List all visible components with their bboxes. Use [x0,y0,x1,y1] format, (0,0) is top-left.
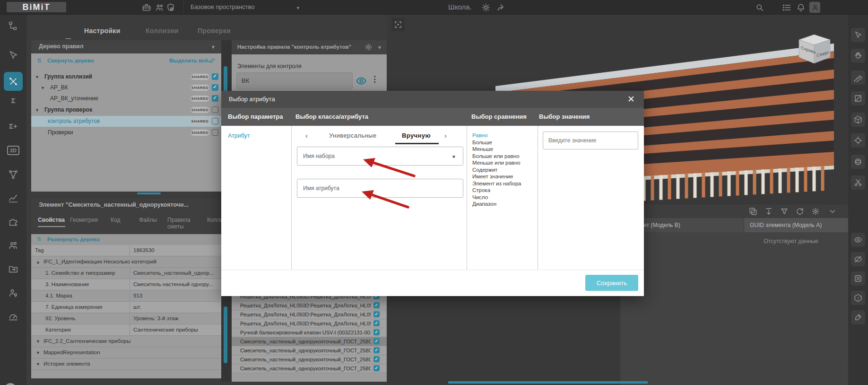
account-icon[interactable] [809,2,820,13]
pan-tool-icon[interactable] [851,49,865,63]
section-expand-icon[interactable]: ▼ [36,339,40,344]
section-expand-icon[interactable]: ▼ [36,362,40,367]
property-row[interactable]: 1. Семейство и типоразмерСмеситель_насте… [31,268,233,279]
members-icon[interactable] [155,3,165,12]
row-checkbox[interactable] [212,118,218,124]
list-checkbox[interactable] [373,320,380,326]
sum-plus-tool-icon[interactable]: Σ+ [7,122,19,130]
transparency-tool-icon[interactable] [851,291,865,305]
list-checkbox[interactable] [373,338,380,344]
notifications-icon[interactable] [796,3,806,12]
list-item[interactable]: Решетка_ДляЛотка_HL050D:Решетка_ДляЛотка… [232,301,387,310]
help-button[interactable]: ? [4,383,17,385]
property-section-row[interactable]: ▼IFC_2.2_Сантехнические приборы [31,336,233,347]
tab-universal[interactable]: Универсальные [329,132,376,139]
collapse-panel-chevron-icon[interactable] [828,207,837,216]
list-item[interactable]: Решетка_ДляЛотка_HL050D:Решетка_ДляЛотка… [232,319,387,328]
tree-row-check-group[interactable]: ▼ Группа проверок SHARED [31,105,222,115]
comparison-option[interactable]: Имеет значение [472,174,513,179]
clash-detection-tool-active[interactable] [4,72,23,91]
tree-row-collision-group[interactable]: ▼ Группа коллизий SHARED [31,71,222,82]
property-section-row[interactable]: ▼История элемента [31,359,233,370]
elements-control-input[interactable]: ВК [236,72,353,89]
tab-checks[interactable]: Проверки [198,27,231,35]
list-icon[interactable] [782,3,791,12]
search-icon[interactable] [755,3,764,12]
section-expand-icon[interactable]: ▼ [36,350,40,355]
isolate-tool-icon[interactable] [851,271,865,286]
briefcase-icon[interactable] [142,3,151,12]
list-item[interactable]: Смеситель_настенный_однорукояточный_ГОСТ… [232,346,387,355]
property-row[interactable]: 4.1. Марка913 [31,290,233,302]
results-column-guid[interactable]: GUID элемента (Модель A) [744,218,848,232]
appearance-tool-icon[interactable] [851,310,865,324]
orbit-tool-icon[interactable] [851,28,865,42]
list-checkbox[interactable] [373,311,380,317]
filter-icon[interactable] [780,207,789,216]
section-collapse-icon[interactable]: ▲ [36,260,40,264]
rule-settings-chevron-icon[interactable]: ▼ [377,45,382,50]
measure-tool-icon[interactable] [851,70,865,85]
property-row[interactable]: КатегорияСантехнические приборы [31,324,233,336]
tab-geometry[interactable]: Геометрия [70,217,99,223]
list-checkbox[interactable] [373,347,380,353]
security-icon[interactable] [166,3,175,12]
attribute-name-input[interactable]: Имя атрибута [297,179,463,198]
tab-collisions[interactable]: Коллизии [146,27,179,35]
comparison-option[interactable]: Больше или равно [472,153,520,159]
compare-icon[interactable] [749,207,757,216]
property-row[interactable]: 7. Единица измеренияшт. [31,302,233,313]
tab-settings[interactable]: Настройки [84,27,121,35]
rule-tree-collapse-chevron-icon[interactable]: ▼ [211,44,216,50]
tab-properties[interactable]: Свойства [38,217,67,223]
list-item[interactable]: Решетка_ДляЛотка_HL050D:Решетка_ДляЛотка… [232,310,387,319]
tab-files[interactable]: Файлы [139,217,168,223]
property-section-row[interactable]: ▲IFC_1_Идентификация Несколько категорий [31,256,233,268]
property-row[interactable]: 3. НаименованиеСмеситель настенный однор… [31,279,233,290]
row-checkbox[interactable] [212,73,218,80]
users-icon[interactable] [8,240,18,251]
tree-row-ar-vk[interactable]: ▼ АР_ВК SHARED [31,82,222,93]
clip-tool-icon[interactable] [851,175,865,190]
visibility-eye-icon[interactable] [356,75,367,87]
comparison-option[interactable]: Диапазон [472,201,496,207]
row-checkbox[interactable] [212,129,218,136]
list-item[interactable]: Ручной балансировочный клапан USV-I (003… [232,328,387,337]
comparison-option[interactable]: Меньше [472,146,493,152]
share-icon[interactable] [496,3,506,12]
property-row[interactable]: Tag1863530 [31,245,233,256]
plugins-puzzle-icon[interactable] [8,217,18,227]
shared-folder-icon[interactable] [8,264,18,274]
check-chart-icon[interactable] [8,193,18,203]
results-settings-gear-icon[interactable] [811,207,820,216]
hide-tool-icon[interactable] [851,252,865,266]
collapse-tree-link[interactable]: Свернуть дерево [47,58,94,63]
selection-box-icon[interactable] [391,18,405,31]
user-location-icon[interactable] [8,288,18,298]
tab-estimate-rules[interactable]: Правила сметы [167,217,197,230]
list-checkbox[interactable] [373,302,380,308]
save-button[interactable]: Сохранить [585,275,638,291]
gauge-history-icon[interactable] [8,311,18,322]
sphere-tool-icon[interactable] [851,155,865,169]
property-section-row[interactable]: ▼MappedRepresentation [31,347,233,359]
structure-graph-icon[interactable] [8,169,18,180]
expander-icon[interactable]: ▼ [35,108,39,113]
navigation-cube[interactable]: Справа Сзади [794,31,834,66]
tabs-prev-icon[interactable]: ‹ [305,131,308,140]
list-item[interactable]: Смеситель_настенный_однорукояточный_ГОСТ… [232,364,387,373]
refresh-icon[interactable] [796,207,804,216]
row-checkbox[interactable] [212,95,218,102]
sum-tool-icon[interactable]: Σ [7,96,19,105]
tree-row-ar-vk-clarify[interactable]: АР_ВК_уточнение SHARED [31,93,222,104]
set-name-select[interactable]: Имя набора ▼ [297,147,463,166]
comparison-option[interactable]: Строка [472,187,490,193]
collapse-tree-icon[interactable]: ⇅ [37,57,42,64]
list-checkbox[interactable] [373,365,380,371]
comparison-option[interactable]: Число [472,194,488,200]
comparison-option[interactable]: Элемент из набора [472,181,521,186]
rule-tree-header[interactable]: Дерево правил ▼ [31,40,222,53]
comparison-option[interactable]: Меньше или равно [472,160,521,166]
scrollbar-thumb[interactable] [224,306,227,363]
select-all-link[interactable]: Выделить всё [169,58,208,63]
